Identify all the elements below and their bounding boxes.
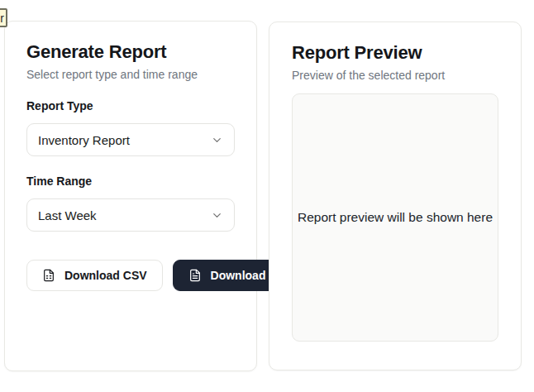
generate-report-subtitle: Select report type and time range [26,68,235,81]
time-range-select[interactable]: Last Week [26,198,235,232]
chevron-down-icon [211,134,223,146]
report-preview-placeholder: Report preview will be shown here [298,210,493,225]
report-preview-area: Report preview will be shown here [292,93,498,342]
time-range-label: Time Range [26,174,235,188]
file-text-icon [188,269,202,282]
download-buttons-row: Download CSV Download PDF [26,260,235,291]
download-csv-button[interactable]: Download CSV [26,260,163,291]
report-type-label: Report Type [26,99,235,112]
clipped-edge-button-fragment[interactable]: r [0,8,7,27]
generate-report-card: Generate Report Select report type and t… [4,21,257,371]
report-preview-card: Report Preview Preview of the selected r… [269,22,522,370]
report-type-select[interactable]: Inventory Report [26,123,235,156]
time-range-selected-value: Last Week [38,208,97,222]
chevron-down-icon [211,209,223,222]
generate-report-title: Generate Report [26,41,235,63]
file-spreadsheet-icon [42,269,55,282]
report-type-selected-value: Inventory Report [38,133,130,147]
report-preview-title: Report Preview [292,42,498,64]
report-preview-subtitle: Preview of the selected report [292,69,498,82]
reports-page: r Generate Report Select report type and… [0,0,534,392]
download-csv-label: Download CSV [64,269,147,282]
